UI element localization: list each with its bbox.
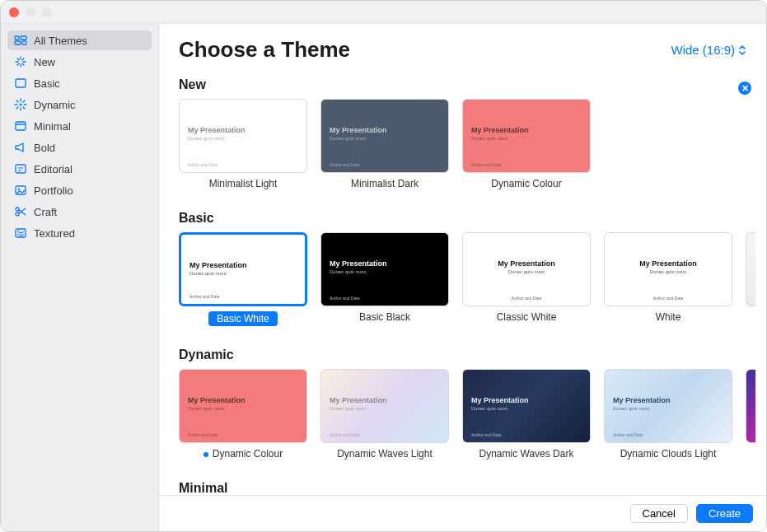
svg-rect-12 [16,79,26,87]
theme-preview-subtitle: Donec quis nunc [605,269,732,274]
theme-label: Basic White [208,311,277,326]
page-title: Choose a Theme [179,37,350,63]
svg-point-28 [18,189,20,190]
sidebar-item-label: Basic [34,77,60,90]
theme-preview-title: My Presentation [330,259,387,268]
theme-label: Basic Black [320,311,449,323]
section-title: Basic [179,211,214,226]
aspect-ratio-label: Wide (16:9) [671,43,735,57]
theme-card[interactable]: My PresentationDonec quis nuncAuthor and… [604,369,732,460]
theme-preview-author: Author and Date [463,296,590,301]
cancel-button[interactable]: Cancel [630,504,688,523]
svg-line-9 [22,63,24,65]
theme-label: Dynamic Waves Dark [462,448,591,460]
sidebar-item-dynamic[interactable]: Dynamic [7,95,152,114]
theme-preview-title: My Presentation [330,126,387,134]
theme-card[interactable]: My PresentationDonec quis nuncAuthor and… [179,232,307,326]
aspect-ratio-select[interactable]: Wide (16:9) [671,43,746,57]
section-new: New✕My PresentationDonec quis nuncAuthor… [179,77,766,201]
theme-preview-subtitle: Donec quis nunc [463,269,590,274]
chevron-up-down-icon [738,44,746,56]
svg-rect-0 [15,36,19,40]
theme-label: Minimalist Light [179,178,307,189]
theme-preview-author: Author and Date [330,162,359,167]
text-icon [14,162,27,175]
theme-preview-subtitle: Donec quis nunc [330,406,367,411]
theme-preview-subtitle: Donec quis nunc [189,271,227,276]
theme-preview-author: Author and Date [471,162,501,167]
svg-point-21 [20,104,22,106]
theme-label: Dynamic Colour [462,178,591,189]
theme-preview-author: Author and Date [605,296,732,301]
section-dynamic: DynamicMy PresentationDonec quis nuncAut… [179,348,766,471]
sidebar-item-label: Editorial [34,163,72,175]
sidebar-item-basic[interactable]: Basic [7,73,152,93]
svg-line-17 [16,100,18,102]
square-icon [14,77,27,90]
theme-preview-title: My Presentation [189,261,247,269]
sidebar-item-label: Textured [34,227,75,240]
svg-rect-24 [16,165,26,173]
sidebar-item-textured[interactable]: Textured [7,223,152,243]
svg-point-30 [16,212,19,216]
close-window-icon[interactable] [9,7,19,17]
theme-card[interactable]: My PresentationDonec quis nuncAuthor and… [179,369,307,460]
titlebar [1,1,766,24]
theme-peek[interactable] [746,232,755,306]
theme-preview-subtitle: Donec quis nunc [188,136,225,141]
indicator-dot-icon [203,452,208,457]
theme-preview-subtitle: Donec quis nunc [471,136,508,141]
minimize-window-icon[interactable] [26,7,35,17]
theme-label: Minimalist Dark [320,178,449,189]
theme-card[interactable]: My PresentationDonec quis nuncAuthor and… [320,232,449,326]
close-section-icon[interactable]: ✕ [738,82,751,95]
sidebar-item-portfolio[interactable]: Portfolio [7,180,152,200]
sidebar-item-label: All Themes [34,35,87,47]
sidebar-item-bold[interactable]: Bold [7,138,152,157]
megaphone-icon [14,141,27,154]
sidebar-item-minimal[interactable]: Minimal [7,116,152,136]
theme-card[interactable]: My PresentationDonec quis nuncAuthor and… [462,369,591,460]
sidebar-item-craft[interactable]: Craft [7,202,152,222]
window-controls [9,7,52,17]
sidebar-item-label: Dynamic [34,99,76,111]
sparkle-icon [14,55,27,68]
sidebar-item-label: Portfolio [34,184,73,197]
texture-icon [14,226,27,240]
theme-preview-title: My Presentation [471,396,529,404]
theme-card[interactable]: My PresentationDonec quis nuncAuthor and… [462,99,591,189]
create-button[interactable]: Create [696,504,753,523]
theme-preview-author: Author and Date [330,432,359,437]
theme-preview-author: Author and Date [471,432,501,437]
maximize-window-icon[interactable] [42,7,52,17]
theme-preview-title: My Presentation [605,259,732,268]
theme-card[interactable]: My PresentationDonec quis nuncAuthor and… [604,232,732,326]
theme-label: Dynamic Waves Light [320,448,449,460]
svg-rect-3 [22,41,26,44]
theme-preview-title: My Presentation [188,126,246,134]
sidebar-item-editorial[interactable]: Editorial [7,159,152,179]
theme-preview-subtitle: Donec quis nunc [330,269,367,274]
sidebar-item-all-themes[interactable]: All Themes [7,30,152,50]
section-basic: BasicMy PresentationDonec quis nuncAutho… [179,211,766,338]
theme-label: Dynamic Colour [179,448,307,460]
footer: Cancel Create [159,495,766,531]
theme-card[interactable]: My PresentationDonec quis nuncAuthor and… [320,99,449,189]
theme-preview-author: Author and Date [613,432,643,437]
theme-card[interactable]: My PresentationDonec quis nuncAuthor and… [320,369,449,460]
theme-card[interactable]: My PresentationDonec quis nuncAuthor and… [462,232,591,326]
grid-icon [14,34,27,47]
svg-rect-1 [21,36,26,40]
svg-line-8 [17,58,19,60]
theme-preview-title: My Presentation [188,396,246,404]
theme-preview-subtitle: Donec quis nunc [613,406,650,411]
svg-line-11 [17,63,19,65]
svg-line-10 [22,58,24,60]
sidebar-item-new[interactable]: New [7,52,152,72]
theme-card[interactable]: My PresentationDonec quis nuncAuthor and… [179,99,307,189]
theme-preview-author: Author and Date [189,294,219,299]
sidebar-item-label: Minimal [34,120,71,133]
theme-peek[interactable] [746,369,755,443]
scissors-icon [14,205,27,218]
section-title: Dynamic [179,348,234,362]
